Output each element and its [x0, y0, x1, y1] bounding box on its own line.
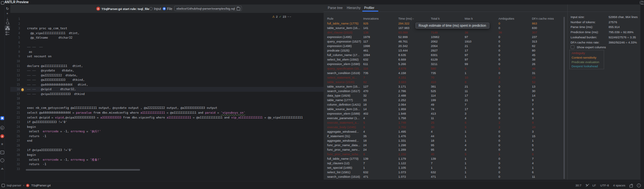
tab-parse-tree[interactable]: Parse tree — [328, 6, 343, 10]
search-button[interactable] — [5, 20, 10, 25]
profiler-row[interactable]: func_proc_name_serv...241.28995405 — [324, 147, 564, 152]
profiler-row[interactable]: query_expression (1527)11748.76120621910… — [324, 39, 564, 44]
code-line[interactable]: return -1 — [27, 162, 46, 167]
code-editor[interactable]: 123create proc up_com_test4 @p_vipa11111… — [10, 13, 324, 180]
breadcrumb-file[interactable]: TSqlParser.g4 — [31, 184, 51, 187]
column-header[interactable]: DFA cache miss — [532, 17, 554, 20]
notifications-icon[interactable] — [641, 1, 644, 5]
inspections-widget[interactable]: ⚠ 2 ✓ 23 › › — [272, 15, 291, 18]
antlr-toolwindow-icon[interactable]: Λ — [0, 134, 4, 138]
code-line[interactable]: begin — [27, 153, 36, 157]
code-line[interactable]: –– –– @a333333333333 dtkind, — [27, 78, 85, 82]
column-header[interactable]: Rule — [327, 17, 334, 20]
profiler-row[interactable]: func_proc_name_sche...81.23240516 — [324, 152, 564, 156]
profiler-row[interactable]: full_column_name (17...10948.63583019704… — [324, 53, 564, 57]
readonly-edit-icon[interactable]: ✎ — [586, 184, 588, 187]
profiler-row[interactable]: execute_body (1045)61.702305210 — [324, 125, 564, 129]
column-header[interactable]: Invocations — [363, 17, 379, 20]
code-line[interactable]: –– –– –– — [27, 45, 43, 50]
code-line[interactable]: end — [27, 138, 32, 143]
input-radio[interactable] — [149, 7, 153, 10]
column-header[interactable]: Max k — [465, 17, 473, 20]
profiler-row[interactable]: execute_statement_a...51.74825628 — [324, 120, 564, 125]
tab-hierarchy[interactable]: Hierarchy — [347, 6, 361, 10]
profiler-view-button[interactable] — [5, 25, 10, 31]
code-line[interactable]: select errorcode = -1, errormsg = '执行!' — [27, 129, 101, 134]
tree-view-button[interactable] — [5, 31, 10, 36]
profiler-row[interactable]: select_list (1581)6321.073632106 — [324, 170, 564, 175]
caret-position[interactable]: 30:7 — [575, 184, 582, 187]
code-line[interactable]: –– –– @sysdate dtdate, — [27, 68, 74, 73]
column-header[interactable]: Ambiguities — [498, 17, 514, 20]
profiler-row[interactable]: table_source_item (15...141.959741708 — [324, 107, 564, 111]
code-line[interactable]: as — [27, 50, 32, 54]
profiler-row[interactable]: expression (1496)2141.061214115 — [324, 179, 564, 180]
profiler-row[interactable]: expression (1498)199820.342206421082 — [324, 44, 564, 48]
code-line[interactable]: @p_vipa1111111111111 dtint, — [27, 31, 80, 36]
profiler-row[interactable]: search_condition (1516)4711.0724711011 — [324, 175, 564, 179]
code-line[interactable]: begin — [27, 125, 36, 129]
stop-button[interactable]: ■ — [5, 11, 10, 16]
profiler-row[interactable]: dml_clause (1510)13863.08971483838307 — [324, 30, 564, 35]
file-radio-label[interactable]: File — [167, 7, 172, 11]
intention-bulb-icon[interactable] — [21, 88, 24, 91]
column-header[interactable]: Time (ms)› — [398, 17, 414, 20]
profiler-row[interactable]: data_type (1829)322.48811417014 — [324, 93, 564, 98]
line-separator[interactable]: LF — [592, 184, 596, 187]
project-icon[interactable] — [1, 1, 4, 5]
profiler-row[interactable]: expression (1495)197852.99910982970237 — [324, 35, 564, 39]
breadcrumb-project[interactable]: tsql-parser — [7, 184, 21, 187]
code-line[interactable]: create proc up_com_test — [27, 26, 67, 31]
profiler-row[interactable]: table_name (1777)332.2521992109 — [324, 98, 564, 102]
problems-icon[interactable]: ! — [0, 158, 4, 162]
version-control-icon[interactable]: Ψ — [0, 167, 4, 171]
profiler-row[interactable]: func_proc_name_data...241.29895405 — [324, 143, 564, 147]
profiler-row[interactable]: query_specification (15...1164.679580554… — [324, 66, 564, 71]
profiler-row[interactable]: expression_elem (1589)4021.948413308 — [324, 111, 564, 116]
indent-style[interactable]: 4 spaces — [613, 184, 625, 187]
profiler-row[interactable]: search_condition (1519)7354.1587351031 — [324, 71, 564, 75]
profiler-row[interactable]: table_source_item (15...1273.17138121013 — [324, 84, 564, 89]
profiler-row[interactable]: select_list_elem (1592)6326.669612997038 — [324, 57, 564, 62]
error-analysis-icon[interactable]: ! — [637, 184, 641, 187]
run-icon[interactable]: ▶ — [0, 126, 4, 130]
layers-icon[interactable]: ≡ — [0, 142, 4, 146]
file-encoding[interactable]: UTF-8 — [600, 184, 609, 187]
code-line[interactable]: exec nb_com_getsysconfig @a1111111111111… — [27, 106, 217, 110]
code-line[interactable]: –– –– @a4444444444444444 dtint, — [27, 82, 88, 87]
file-path-field[interactable]: ebelice/Github/tsql-parser/examples/big.… — [174, 6, 242, 11]
code-line[interactable]: select errorcode = -1, errormsg = '准备!' — [27, 157, 101, 162]
code-line[interactable]: set nocount on — [27, 54, 52, 59]
lock-icon[interactable] — [630, 185, 633, 187]
code-line[interactable]: –– –– @a2222222222 dtdate, — [27, 73, 78, 78]
file-radio[interactable] — [163, 7, 166, 10]
code-line[interactable]: if @a333333333333 !='0' — [27, 120, 67, 125]
table-vertical-scrollbar[interactable] — [564, 17, 565, 179]
code-line[interactable]: –– –– @vipa333333333333 dtkind — [27, 92, 85, 97]
profiler-row[interactable]: select_statement_st...74.1517010219 — [324, 75, 564, 80]
profiler-row[interactable]: aggregate_windowed...181.33118101 — [324, 138, 564, 143]
profiler-row[interactable]: expression_elem (1590)6115.266321199026 — [324, 62, 564, 66]
editor-horizontal-scrollbar[interactable] — [26, 169, 140, 171]
profiler-row[interactable]: set_special (1485)11.1051101 — [324, 165, 564, 170]
column-header[interactable]: Total k — [431, 17, 440, 20]
folder-icon[interactable] — [237, 7, 240, 10]
code-line[interactable]: select @a4444444444444444 = paravalue fr… — [27, 110, 245, 115]
show-expert-columns-checkbox[interactable] — [571, 45, 574, 49]
code-line[interactable]: @p_tblname dtchar32 — [27, 35, 72, 40]
next-issue-icon[interactable]: › — [289, 16, 292, 17]
profiler-row[interactable]: execute_parameter (1...41.75811403 — [324, 116, 564, 120]
code-line[interactable]: declare @a1111111111111 dtint, — [27, 64, 83, 69]
profiler-row[interactable]: search_condition (1517)4702.78652511030 — [324, 89, 564, 93]
refresh-button[interactable]: ↻ — [5, 6, 10, 11]
profiler-row[interactable]: predicate (1525)46113.444292717080 — [324, 48, 564, 53]
profiler-row[interactable]: aggregate_windowed...41.4954103 — [324, 129, 564, 134]
profiler-row[interactable]: if_statement (31)351.476441015 — [324, 134, 564, 138]
code-line[interactable]: select @vipid = vipid,@vipa333333333333 … — [27, 115, 303, 120]
profiler-row[interactable]: sql_clauses (12)71.1227104 — [324, 161, 564, 165]
tab-profiler[interactable]: Profiler — [364, 6, 374, 10]
code-line[interactable]: –– –– @vipid dtchar32, — [27, 87, 76, 92]
profiler-row[interactable]: full_table_name (1773)1391.179139107 — [324, 156, 564, 161]
terminal-icon[interactable]: >_ — [0, 151, 4, 154]
profiler-row[interactable]: table_source (1530)823.6834108352 — [324, 80, 564, 84]
